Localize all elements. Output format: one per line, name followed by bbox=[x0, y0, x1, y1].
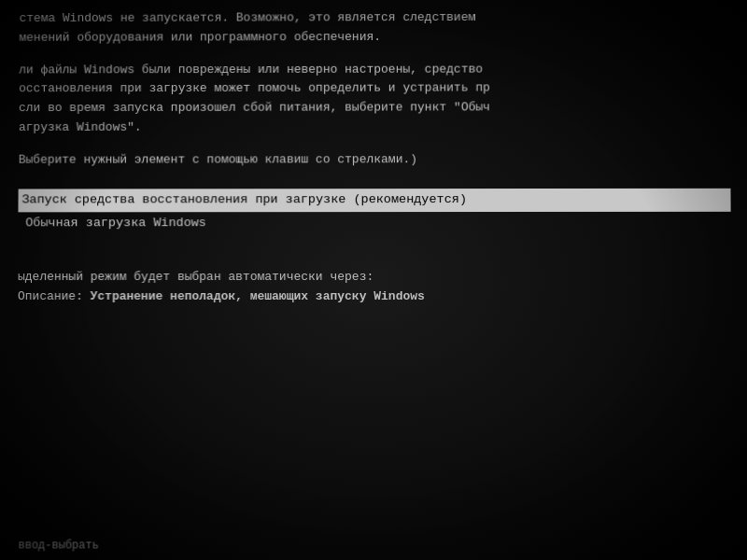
spacer-1 bbox=[19, 47, 729, 61]
line-5: осстановления при загрузке может помочь … bbox=[19, 78, 730, 99]
spacer-2 bbox=[19, 137, 730, 151]
footer-text: ввод-выбрать bbox=[18, 539, 98, 552]
screen-inner: стема Windows не запускается. Возможно, … bbox=[0, 0, 747, 560]
middle-section: ли файлы Windows были повреждены или нев… bbox=[19, 60, 730, 138]
description-prefix: Описание: bbox=[18, 289, 91, 303]
line-1: стема Windows не запускается. Возможно, … bbox=[20, 7, 730, 28]
bottom-section: ыделенный режим будет выбран автоматичес… bbox=[18, 268, 731, 307]
arrow-prompt: Выберите нужный элемент с помощью клавиш… bbox=[19, 150, 731, 171]
menu-section: Запуск средства восстановления при загру… bbox=[18, 188, 730, 234]
footer-bar: ввод-выбрать bbox=[18, 536, 730, 554]
menu-item-normal-boot[interactable]: Обычная загрузка Windows bbox=[18, 211, 730, 234]
auto-select-line: ыделенный режим будет выбран автоматичес… bbox=[18, 268, 731, 287]
menu-item-recovery[interactable]: Запуск средства восстановления при загру… bbox=[18, 188, 730, 211]
line-2: менений оборудования или программного об… bbox=[19, 27, 729, 48]
spacer-4 bbox=[18, 245, 731, 259]
screen: стема Windows не запускается. Возможно, … bbox=[0, 0, 747, 560]
description-line: Описание: Устранение неполадок, мешающих… bbox=[18, 287, 731, 307]
spacer-3 bbox=[19, 169, 731, 177]
line-4: ли файлы Windows были повреждены или нев… bbox=[19, 60, 730, 80]
line-6: сли во время запуска произошел сбой пита… bbox=[19, 98, 730, 119]
description-bold: Устранение неполадок, мешающих запуску W… bbox=[91, 289, 425, 303]
line-7: агрузка Windows". bbox=[19, 118, 730, 138]
top-section: стема Windows не запускается. Возможно, … bbox=[19, 7, 729, 48]
